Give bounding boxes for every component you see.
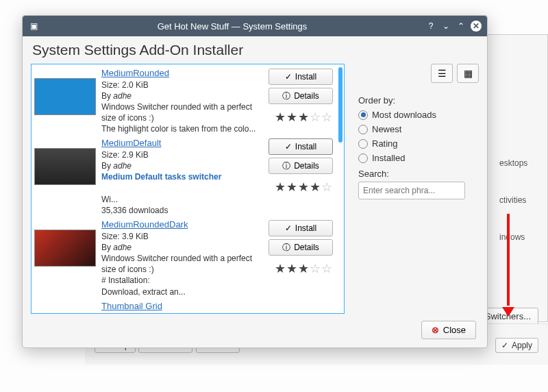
- order-option-label: Most downloads: [372, 110, 436, 120]
- addon-author: By adhe: [101, 91, 132, 101]
- close-button[interactable]: ⊗Close: [421, 321, 476, 339]
- details-label: Details: [294, 91, 319, 101]
- radio-icon: [358, 139, 368, 149]
- addon-title-link[interactable]: MediumRoundedDark: [101, 219, 188, 230]
- addon-desc: Wi...: [101, 195, 118, 204]
- addon-installer-dialog: ▣ Get Hot New Stuff — System Settings ? …: [22, 15, 488, 348]
- addon-thumbnail: [34, 230, 96, 267]
- minimize-icon[interactable]: ⌄: [440, 21, 451, 32]
- addon-row: MediumRoundedDark Size: 3.9 KiB By adhe …: [34, 217, 333, 299]
- info-icon: ⓘ: [282, 242, 290, 254]
- rating-stars: ★★★★☆: [275, 180, 333, 195]
- titlebar: ▣ Get Hot New Stuff — System Settings ? …: [23, 16, 487, 36]
- maximize-icon[interactable]: ⌃: [456, 21, 466, 32]
- addon-desc: Windows Switcher rounded with a perfect …: [101, 254, 252, 274]
- dialog-heading: System Settings Add-On Installer: [32, 42, 479, 58]
- addon-row: MediumDefault Size: 2.9 KiB By adhe Medi…: [34, 136, 333, 217]
- check-icon: ✓: [285, 223, 292, 233]
- info-icon: ⓘ: [282, 160, 290, 172]
- addon-author: By adhe: [101, 161, 132, 171]
- addon-size: Size: 2.0 KiB: [101, 80, 149, 90]
- addon-list: MediumRounded Size: 2.0 KiB By adhe Wind…: [31, 64, 345, 314]
- close-label: Close: [443, 325, 466, 335]
- order-option-label: Installed: [372, 153, 405, 163]
- addon-title-link[interactable]: MediumRounded: [101, 68, 169, 78]
- rating-stars: ★★★☆☆: [275, 110, 333, 125]
- install-button[interactable]: ✓Install: [269, 69, 333, 85]
- addon-size: Size: 3.9 KiB: [101, 232, 149, 241]
- order-option[interactable]: Most downloads: [358, 110, 479, 120]
- radio-icon: [358, 125, 368, 134]
- close-icon[interactable]: ✕: [471, 21, 482, 32]
- author-name: adhe: [113, 243, 132, 252]
- check-icon: ✓: [501, 341, 508, 350]
- addon-downloads: 35,336 downloads: [101, 206, 168, 215]
- install-label: Install: [295, 72, 316, 82]
- info-icon: ⓘ: [282, 90, 290, 102]
- author-name: adhe: [113, 161, 132, 171]
- radio-icon: [358, 154, 368, 163]
- rating-stars: ★★★☆☆: [275, 261, 333, 276]
- addon-desc: # Installation:: [101, 275, 150, 285]
- check-icon: ✓: [285, 142, 292, 151]
- details-button[interactable]: ⓘDetails: [269, 158, 333, 174]
- order-option-label: Newest: [372, 124, 401, 134]
- install-label: Install: [295, 223, 316, 233]
- orderby-label: Order by:: [358, 95, 479, 106]
- order-option[interactable]: Newest: [358, 124, 479, 134]
- addon-title-link[interactable]: Thumbnail Grid: [101, 301, 162, 311]
- install-label: Install: [295, 142, 316, 151]
- addon-row: Thumbnail Grid: [34, 299, 333, 313]
- install-button[interactable]: ✓Install: [269, 138, 333, 155]
- radio-icon: [358, 110, 368, 120]
- addon-desc: Medium Default tasks switcher: [101, 172, 221, 182]
- addon-row: MediumRounded Size: 2.0 KiB By adhe Wind…: [34, 66, 333, 136]
- view-list-button[interactable]: ☰: [431, 64, 453, 83]
- window-title: Get Hot New Stuff — System Settings: [39, 21, 425, 32]
- apply-label: Apply: [512, 341, 532, 350]
- side-controls: ☰ ▦ Order by: Most downloads Newest Rati…: [358, 64, 479, 314]
- details-button[interactable]: ⓘDetails: [269, 239, 333, 256]
- annotation-arrow-getnew: [507, 214, 510, 306]
- addon-desc: The highlight color is taken from the co…: [101, 124, 256, 134]
- addon-desc: Download, extract an...: [101, 287, 186, 297]
- addon-desc: Windows Switcher rounded with a perfect …: [101, 102, 252, 123]
- scrollbar[interactable]: [338, 67, 342, 310]
- addon-size: Size: 2.9 KiB: [101, 150, 149, 160]
- order-option-label: Rating: [372, 138, 398, 149]
- addon-thumbnail: [34, 78, 96, 115]
- details-label: Details: [294, 243, 319, 252]
- addon-author: By adhe: [101, 243, 132, 252]
- addon-thumbnail: [34, 148, 96, 185]
- author-name: adhe: [113, 91, 132, 101]
- addon-title-link[interactable]: MediumDefault: [101, 138, 161, 148]
- view-grid-button[interactable]: ▦: [457, 64, 479, 83]
- details-label: Details: [294, 161, 319, 171]
- order-option[interactable]: Rating: [358, 138, 479, 149]
- scrollbar-thumb[interactable]: [338, 67, 342, 143]
- close-x-icon: ⊗: [432, 325, 439, 335]
- order-option[interactable]: Installed: [358, 153, 479, 163]
- search-label: Search:: [358, 169, 479, 179]
- check-icon: ✓: [285, 72, 292, 82]
- spacer: [34, 300, 96, 313]
- bg-item: ctivities: [499, 195, 547, 205]
- apply-button[interactable]: ✓Apply: [495, 338, 538, 353]
- install-button[interactable]: ✓Install: [269, 220, 333, 236]
- app-menu-icon[interactable]: ▣: [28, 21, 39, 32]
- whatsthis-icon[interactable]: ?: [425, 21, 436, 32]
- details-button[interactable]: ⓘDetails: [269, 88, 333, 104]
- search-input[interactable]: [358, 182, 465, 199]
- bg-item: esktops: [499, 158, 547, 168]
